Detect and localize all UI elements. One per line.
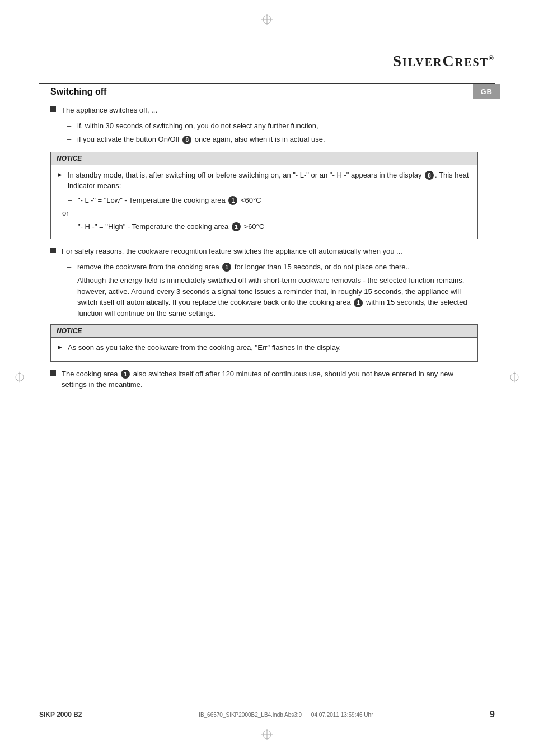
high-temp-item: – "- H -" = "High" - Temperature the coo…	[68, 221, 472, 232]
notice-arrow-1: ► In standby mode, that is, after switch…	[57, 170, 472, 192]
notice-content-2: ► As soon as you take the cookware from …	[51, 338, 477, 361]
main-content: Switching off The appliance switches off…	[50, 87, 478, 689]
border-top	[34, 34, 500, 34]
crosshair-left	[14, 372, 25, 385]
circle-8-1: 8	[182, 136, 191, 144]
footer-model: SIKP 2000 B2	[39, 711, 82, 718]
last-bullet: The cooking area 1 also switches itself …	[50, 368, 478, 390]
footer-file-info: IB_66570_SIKP2000B2_LB4.indb Abs3:9 04.0…	[199, 712, 373, 718]
dash-high: –	[68, 221, 73, 232]
crosshair-top	[261, 14, 273, 27]
bullet-item-main: The appliance switches off, ...	[50, 105, 478, 116]
circle-1-low: 1	[228, 196, 237, 205]
or-label: or	[62, 208, 472, 219]
sub-text-2: if you activate the button On/Off 8 once…	[77, 134, 478, 145]
notice-box-1: NOTICE ► In standby mode, that is, after…	[50, 152, 478, 240]
last-bullet-text: The cooking area 1 also switches itself …	[62, 368, 478, 390]
circle-1-last: 1	[121, 370, 130, 379]
sub-item-1: – if, within 30 seconds of switching on,…	[67, 120, 478, 132]
footer-page-number: 9	[490, 710, 495, 720]
border-left	[34, 34, 34, 722]
dash-safety-1: –	[67, 262, 73, 273]
dash-safety-2: –	[67, 275, 73, 286]
safety-bullet: For safety reasons, the cookware recogni…	[50, 246, 478, 257]
notice-content-1: ► In standby mode, that is, after switch…	[51, 165, 477, 239]
notice-text-1: In standby mode, that is, after switchin…	[68, 170, 472, 192]
notice-box-2: NOTICE ► As soon as you take the cookwar…	[50, 324, 478, 362]
notice-header-1: NOTICE	[51, 152, 477, 165]
border-bottom	[34, 722, 500, 722]
section-title: Switching off	[50, 87, 478, 97]
safety-sub-2: – Although the energy field is immediate…	[67, 275, 478, 319]
footer: SIKP 2000 B2 IB_66570_SIKP2000B2_LB4.ind…	[39, 710, 495, 720]
low-temp-text: "- L -" = "Low" - Temperature the cookin…	[78, 195, 261, 206]
crosshair-right	[509, 372, 520, 385]
dash-icon-1: –	[67, 120, 73, 132]
header: SilverCrest®	[39, 39, 495, 84]
high-temp-text: "- H -" = "High" - Temperature the cooki…	[78, 221, 264, 232]
sub-text-1: if, within 30 seconds of switching on, y…	[77, 120, 478, 132]
brand-name: SilverCrest	[392, 52, 489, 69]
safety-sub-text-2: Although the energy field is immediately…	[77, 275, 478, 319]
bullet-square-safety	[50, 248, 56, 253]
brand-reg: ®	[489, 54, 495, 62]
arrow-icon-1: ►	[57, 170, 64, 180]
bullet-square-last	[50, 370, 56, 376]
dash-icon-2: –	[67, 134, 73, 145]
bullet-text-main: The appliance switches off, ...	[62, 105, 478, 116]
low-temp-item: – "- L -" = "Low" - Temperature the cook…	[68, 195, 472, 206]
crosshair-bottom	[261, 729, 273, 742]
circle-1-replace: 1	[354, 298, 363, 307]
notice-header-2: NOTICE	[51, 325, 477, 338]
safety-text: For safety reasons, the cookware recogni…	[62, 246, 478, 257]
bullet-square-icon	[50, 106, 56, 112]
safety-sub-1: – remove the cookware from the cooking a…	[67, 262, 478, 273]
notice-arrow-2: ► As soon as you take the cookware from …	[57, 342, 472, 353]
circle-8-2: 8	[425, 171, 434, 180]
safety-sub-text-1: remove the cookware from the cooking are…	[77, 262, 478, 273]
sub-item-2: – if you activate the button On/Off 8 on…	[67, 134, 478, 145]
notice-text-2: As soon as you take the cookware from th…	[68, 342, 341, 353]
footer-filename: IB_66570_SIKP2000B2_LB4.indb Abs3:9	[199, 712, 302, 718]
dash-low: –	[68, 195, 73, 206]
circle-1-high: 1	[232, 222, 241, 231]
footer-date: 04.07.2011 13:59:46 Uhr	[311, 712, 373, 718]
border-right	[500, 34, 500, 722]
circle-1-remove: 1	[222, 263, 231, 272]
brand-logo: SilverCrest®	[392, 52, 495, 70]
arrow-icon-2: ►	[57, 342, 64, 352]
